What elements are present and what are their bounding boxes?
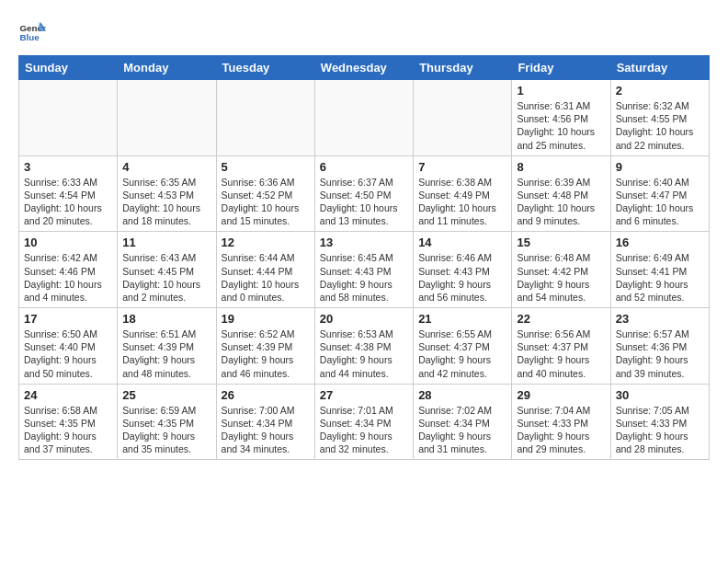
day-number: 6 — [320, 160, 408, 174]
day-info: Sunrise: 6:56 AMSunset: 4:37 PMDaylight:… — [517, 327, 605, 380]
day-info: Sunrise: 6:38 AMSunset: 4:49 PMDaylight:… — [418, 176, 506, 228]
day-number: 23 — [616, 312, 704, 326]
day-info: Sunrise: 6:49 AMSunset: 4:41 PMDaylight:… — [616, 251, 704, 304]
calendar-cell: 4Sunrise: 6:35 AMSunset: 4:53 PMDaylight… — [118, 155, 216, 232]
calendar-cell: 7Sunrise: 6:38 AMSunset: 4:49 PMDaylight… — [414, 155, 512, 232]
calendar-cell — [118, 80, 216, 156]
day-info: Sunrise: 7:01 AMSunset: 4:34 PMDaylight:… — [320, 404, 408, 456]
day-number: 28 — [418, 388, 506, 402]
day-info: Sunrise: 6:36 AMSunset: 4:52 PMDaylight:… — [222, 176, 310, 228]
calendar-cell: 25Sunrise: 6:59 AMSunset: 4:35 PMDayligh… — [118, 384, 216, 460]
calendar-cell: 16Sunrise: 6:49 AMSunset: 4:41 PMDayligh… — [610, 232, 709, 308]
calendar-cell: 26Sunrise: 7:00 AMSunset: 4:34 PMDayligh… — [216, 384, 314, 460]
calendar-cell: 13Sunrise: 6:45 AMSunset: 4:43 PMDayligh… — [314, 232, 413, 308]
day-info: Sunrise: 6:52 AMSunset: 4:39 PMDaylight:… — [222, 327, 310, 380]
day-number: 15 — [517, 236, 605, 249]
day-info: Sunrise: 6:44 AMSunset: 4:44 PMDaylight:… — [222, 251, 310, 304]
calendar-cell: 8Sunrise: 6:39 AMSunset: 4:48 PMDaylight… — [512, 155, 610, 232]
calendar-cell: 21Sunrise: 6:55 AMSunset: 4:37 PMDayligh… — [414, 308, 512, 385]
calendar-week-row: 1Sunrise: 6:31 AMSunset: 4:56 PMDaylight… — [19, 80, 710, 156]
weekday-header: Friday — [512, 56, 610, 80]
day-number: 16 — [616, 236, 704, 249]
day-info: Sunrise: 6:53 AMSunset: 4:38 PMDaylight:… — [320, 327, 408, 380]
day-info: Sunrise: 7:00 AMSunset: 4:34 PMDaylight:… — [222, 404, 310, 456]
weekday-header: Tuesday — [216, 56, 314, 80]
day-number: 8 — [517, 160, 605, 174]
day-info: Sunrise: 6:46 AMSunset: 4:43 PMDaylight:… — [418, 251, 506, 304]
day-info: Sunrise: 6:58 AMSunset: 4:35 PMDaylight:… — [24, 404, 112, 456]
logo: General Blue — [18, 18, 50, 46]
calendar-cell — [414, 80, 512, 156]
day-number: 5 — [222, 160, 310, 174]
day-number: 1 — [517, 84, 605, 98]
day-info: Sunrise: 6:59 AMSunset: 4:35 PMDaylight:… — [122, 404, 210, 456]
day-number: 25 — [122, 388, 210, 402]
day-number: 9 — [616, 160, 704, 174]
day-number: 17 — [24, 312, 112, 326]
day-number: 19 — [222, 312, 310, 326]
day-info: Sunrise: 6:35 AMSunset: 4:53 PMDaylight:… — [122, 176, 210, 228]
calendar-cell — [19, 80, 118, 156]
day-number: 24 — [24, 388, 112, 402]
svg-text:Blue: Blue — [20, 32, 40, 42]
day-number: 30 — [616, 388, 704, 402]
calendar-cell: 11Sunrise: 6:43 AMSunset: 4:45 PMDayligh… — [118, 232, 216, 308]
calendar-cell: 6Sunrise: 6:37 AMSunset: 4:50 PMDaylight… — [314, 155, 413, 232]
calendar-cell: 1Sunrise: 6:31 AMSunset: 4:56 PMDaylight… — [512, 80, 610, 156]
calendar-cell: 9Sunrise: 6:40 AMSunset: 4:47 PMDaylight… — [610, 155, 709, 232]
day-number: 12 — [222, 236, 310, 249]
day-number: 10 — [24, 236, 112, 249]
weekday-header: Saturday — [610, 56, 709, 80]
day-info: Sunrise: 6:39 AMSunset: 4:48 PMDaylight:… — [517, 176, 605, 228]
weekday-header: Wednesday — [314, 56, 413, 80]
day-info: Sunrise: 6:42 AMSunset: 4:46 PMDaylight:… — [24, 251, 112, 304]
day-info: Sunrise: 6:50 AMSunset: 4:40 PMDaylight:… — [24, 327, 112, 380]
day-number: 26 — [222, 388, 310, 402]
calendar-cell: 23Sunrise: 6:57 AMSunset: 4:36 PMDayligh… — [610, 308, 709, 385]
weekday-header: Monday — [118, 56, 216, 80]
day-info: Sunrise: 7:05 AMSunset: 4:33 PMDaylight:… — [616, 404, 704, 456]
day-number: 2 — [616, 84, 704, 98]
day-number: 14 — [418, 236, 506, 249]
day-number: 20 — [320, 312, 408, 326]
calendar-cell: 14Sunrise: 6:46 AMSunset: 4:43 PMDayligh… — [414, 232, 512, 308]
calendar-cell: 27Sunrise: 7:01 AMSunset: 4:34 PMDayligh… — [314, 384, 413, 460]
day-number: 3 — [24, 160, 112, 174]
calendar-cell: 2Sunrise: 6:32 AMSunset: 4:55 PMDaylight… — [610, 80, 709, 156]
day-info: Sunrise: 6:48 AMSunset: 4:42 PMDaylight:… — [517, 251, 605, 304]
calendar-cell: 18Sunrise: 6:51 AMSunset: 4:39 PMDayligh… — [118, 308, 216, 385]
logo-icon: General Blue — [18, 18, 46, 46]
calendar-cell: 19Sunrise: 6:52 AMSunset: 4:39 PMDayligh… — [216, 308, 314, 385]
calendar-cell: 10Sunrise: 6:42 AMSunset: 4:46 PMDayligh… — [19, 232, 118, 308]
calendar-cell — [216, 80, 314, 156]
day-info: Sunrise: 6:31 AMSunset: 4:56 PMDaylight:… — [517, 99, 605, 152]
header: General Blue — [18, 18, 710, 46]
weekday-header: Sunday — [19, 56, 118, 80]
day-info: Sunrise: 6:51 AMSunset: 4:39 PMDaylight:… — [122, 327, 210, 380]
calendar-cell: 17Sunrise: 6:50 AMSunset: 4:40 PMDayligh… — [19, 308, 118, 385]
calendar-cell: 15Sunrise: 6:48 AMSunset: 4:42 PMDayligh… — [512, 232, 610, 308]
day-number: 18 — [122, 312, 210, 326]
day-number: 4 — [122, 160, 210, 174]
day-number: 11 — [122, 236, 210, 249]
day-number: 29 — [517, 388, 605, 402]
calendar-cell: 22Sunrise: 6:56 AMSunset: 4:37 PMDayligh… — [512, 308, 610, 385]
day-number: 13 — [320, 236, 408, 249]
calendar-week-row: 17Sunrise: 6:50 AMSunset: 4:40 PMDayligh… — [19, 308, 710, 385]
calendar-cell: 5Sunrise: 6:36 AMSunset: 4:52 PMDaylight… — [216, 155, 314, 232]
day-info: Sunrise: 7:04 AMSunset: 4:33 PMDaylight:… — [517, 404, 605, 456]
day-info: Sunrise: 6:57 AMSunset: 4:36 PMDaylight:… — [616, 327, 704, 380]
day-number: 7 — [418, 160, 506, 174]
calendar-cell: 20Sunrise: 6:53 AMSunset: 4:38 PMDayligh… — [314, 308, 413, 385]
day-info: Sunrise: 6:32 AMSunset: 4:55 PMDaylight:… — [616, 99, 704, 152]
day-info: Sunrise: 6:40 AMSunset: 4:47 PMDaylight:… — [616, 176, 704, 228]
calendar-cell: 28Sunrise: 7:02 AMSunset: 4:34 PMDayligh… — [414, 384, 512, 460]
weekday-header: Thursday — [414, 56, 512, 80]
calendar-week-row: 3Sunrise: 6:33 AMSunset: 4:54 PMDaylight… — [19, 155, 710, 232]
day-number: 21 — [418, 312, 506, 326]
calendar-cell: 3Sunrise: 6:33 AMSunset: 4:54 PMDaylight… — [19, 155, 118, 232]
day-info: Sunrise: 6:37 AMSunset: 4:50 PMDaylight:… — [320, 176, 408, 228]
calendar-week-row: 10Sunrise: 6:42 AMSunset: 4:46 PMDayligh… — [19, 232, 710, 308]
day-info: Sunrise: 7:02 AMSunset: 4:34 PMDaylight:… — [418, 404, 506, 456]
day-info: Sunrise: 6:45 AMSunset: 4:43 PMDaylight:… — [320, 251, 408, 304]
